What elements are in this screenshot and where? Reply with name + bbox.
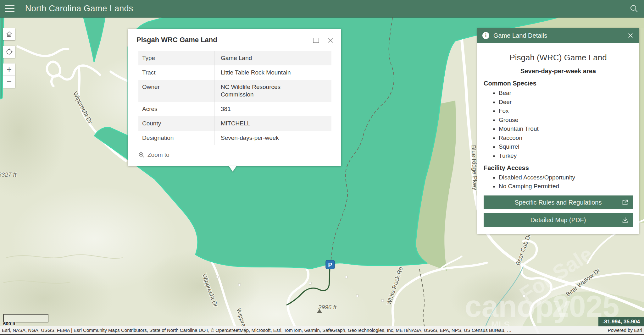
row-label: Acres (138, 102, 214, 116)
zoom-control: + − (3, 63, 15, 88)
species-heading: Common Species (484, 80, 633, 87)
list-item: No Camping Permitted (499, 183, 633, 190)
facility-list: Disabled Access/Opportunity No Camping P… (484, 174, 633, 190)
info-glyph: i (485, 33, 486, 38)
zoom-in-glyph: + (7, 65, 12, 74)
row-label: Owner (138, 80, 214, 102)
row-label: Type (138, 51, 214, 65)
panel-title-bar: Game Land Details (493, 32, 627, 39)
map-application: P 3327 ft 2996 ft Wipprecht Dr Wipprecht… (0, 0, 644, 335)
window-bottom-edge (0, 334, 644, 335)
popup-title: Pisgah WRC Game Land (136, 36, 312, 44)
download-icon (622, 217, 629, 223)
table-row: TypeGame Land (138, 51, 331, 65)
info-icon: i (482, 32, 489, 39)
parking-label: P (328, 261, 332, 268)
panel-close-icon[interactable] (627, 32, 634, 39)
species-list: Bear Deer Fox Grouse Mountain Trout Racc… (484, 90, 633, 159)
list-item: Bear (499, 90, 633, 96)
game-land-title: Pisgah (WRC) Game Land (484, 53, 633, 63)
table-row: Acres381 (138, 102, 331, 116)
button-label: Detailed Map (PDF) (530, 217, 586, 223)
attribution-bar: Esri, NASA, NGA, USGS, FEMA | Esri Commu… (0, 326, 644, 334)
popup-pointer (229, 166, 237, 172)
scale-bar: 600 ft (3, 314, 48, 326)
list-item: Deer (499, 99, 633, 106)
details-panel: i Game Land Details Pisgah (WRC) Game La… (477, 28, 639, 234)
list-item: Squirrel (499, 143, 633, 150)
list-item: Turkey (499, 152, 633, 159)
popup-close-icon[interactable] (327, 36, 334, 44)
row-label: Tract (138, 65, 214, 80)
feature-popup: Pisgah WRC Game Land TypeGame Land Tract… (128, 29, 341, 166)
app-title: North Carolina Game Lands (25, 4, 133, 14)
zoom-out-button[interactable]: − (3, 75, 15, 88)
rules-regulations-button[interactable]: Specific Rules and Regulations (484, 195, 633, 209)
row-value: Little Table Rock Mountain (214, 65, 331, 80)
search-icon[interactable] (628, 3, 640, 14)
details-panel-header: i Game Land Details (477, 28, 639, 43)
zoom-to-icon (138, 152, 145, 158)
coordinates-badge: -81.994, 35.904 (598, 317, 644, 327)
attribute-table: TypeGame Land TractLittle Table Rock Mou… (138, 51, 331, 145)
zoom-to-label: Zoom to (147, 151, 169, 158)
table-row: DesignationSeven-days-per-week (138, 131, 331, 145)
menu-icon[interactable] (5, 5, 14, 12)
dock-icon[interactable] (312, 36, 320, 44)
external-link-icon (622, 199, 629, 206)
row-value: Seven-days-per-week (214, 131, 331, 145)
attribution-sources: Esri, NASA, NGA, USGS, FEMA | Esri Commu… (2, 327, 602, 333)
row-value: MITCHELL (214, 116, 331, 131)
facility-heading: Facility Access (484, 164, 633, 172)
locate-icon (5, 48, 13, 56)
parking-icon[interactable]: P (326, 260, 335, 269)
elevation-label: 2996 ft (318, 304, 337, 310)
home-icon (6, 31, 13, 38)
detailed-map-pdf-button[interactable]: Detailed Map (PDF) (484, 213, 633, 227)
zoom-out-glyph: − (7, 77, 12, 86)
button-label: Specific Rules and Regulations (515, 199, 602, 206)
powered-by-esri[interactable]: Powered by Esri (602, 327, 642, 333)
table-row: TractLittle Table Rock Mountain (138, 65, 331, 80)
zoom-to-link[interactable]: Zoom to (138, 151, 169, 158)
table-row: CountyMITCHELL (138, 116, 331, 131)
scale-bar-label: 600 ft (3, 321, 48, 326)
locate-button[interactable] (3, 46, 15, 58)
table-row: OwnerNC Wildlife Resources Commission (138, 80, 331, 102)
list-item: Mountain Trout (499, 125, 633, 132)
row-label: County (138, 116, 214, 131)
list-item: Disabled Access/Opportunity (499, 174, 633, 181)
row-value: 381 (214, 102, 331, 116)
designation-subtitle: Seven-day-per-week area (484, 68, 633, 75)
home-button[interactable] (3, 28, 15, 40)
list-item: Fox (499, 107, 633, 114)
zoom-in-button[interactable]: + (3, 63, 15, 75)
list-item: Raccoon (499, 135, 633, 141)
row-value: NC Wildlife Resources Commission (214, 80, 331, 102)
row-label: Designation (138, 131, 214, 145)
app-header: North Carolina Game Lands (0, 0, 644, 18)
row-value: Game Land (214, 51, 331, 65)
list-item: Grouse (499, 117, 633, 124)
elevation-label: 3327 ft (0, 171, 17, 178)
